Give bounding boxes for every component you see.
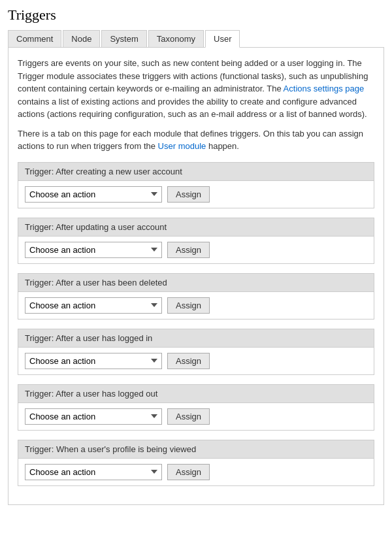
actions-settings-link[interactable]: Actions settings page bbox=[284, 84, 365, 93]
trigger-controls-3: Choose an actionAssign bbox=[18, 348, 374, 374]
assign-button-4[interactable]: Assign bbox=[167, 408, 210, 425]
description-paragraph2: There is a tab on this page for each mod… bbox=[18, 127, 374, 153]
action-select-1[interactable]: Choose an action bbox=[25, 242, 162, 258]
trigger-block-1: Trigger: After updating a user accountCh… bbox=[18, 218, 374, 264]
trigger-block-4: Trigger: After a user has logged outChoo… bbox=[18, 384, 374, 431]
description-paragraph1: Triggers are events on your site, such a… bbox=[18, 57, 374, 121]
action-select-3[interactable]: Choose an action bbox=[25, 353, 162, 369]
trigger-label-3: Trigger: After a user has logged in bbox=[18, 329, 374, 348]
tab-node[interactable]: Node bbox=[63, 30, 100, 47]
action-select-4[interactable]: Choose an action bbox=[25, 408, 162, 425]
trigger-label-2: Trigger: After a user has been deleted bbox=[18, 274, 374, 292]
assign-button-1[interactable]: Assign bbox=[167, 242, 210, 258]
trigger-label-5: Trigger: When a user's profile is being … bbox=[18, 440, 374, 459]
trigger-label-0: Trigger: After creating a new user accou… bbox=[18, 163, 374, 181]
tabs-bar: Comment Node System Taxonomy User bbox=[8, 30, 384, 48]
page-wrapper: Triggers Comment Node System Taxonomy Us… bbox=[0, 0, 392, 512]
trigger-block-5: Trigger: When a user's profile is being … bbox=[18, 440, 374, 486]
trigger-controls-2: Choose an actionAssign bbox=[18, 292, 374, 319]
triggers-container: Trigger: After creating a new user accou… bbox=[18, 162, 374, 486]
trigger-controls-5: Choose an actionAssign bbox=[18, 459, 374, 485]
tab-comment[interactable]: Comment bbox=[8, 30, 61, 47]
tab-system[interactable]: System bbox=[101, 30, 146, 47]
user-module-link[interactable]: User module bbox=[158, 141, 206, 151]
trigger-label-4: Trigger: After a user has logged out bbox=[18, 385, 374, 403]
tab-user[interactable]: User bbox=[205, 30, 240, 48]
page-title: Triggers bbox=[8, 7, 384, 24]
trigger-block-2: Trigger: After a user has been deletedCh… bbox=[18, 273, 374, 320]
description-box: Triggers are events on your site, such a… bbox=[18, 57, 374, 153]
trigger-label-1: Trigger: After updating a user account bbox=[18, 218, 374, 237]
action-select-5[interactable]: Choose an action bbox=[25, 464, 162, 480]
assign-button-5[interactable]: Assign bbox=[167, 464, 210, 480]
assign-button-2[interactable]: Assign bbox=[167, 297, 210, 314]
trigger-controls-0: Choose an actionAssign bbox=[18, 181, 374, 208]
assign-button-0[interactable]: Assign bbox=[167, 186, 210, 203]
trigger-block-3: Trigger: After a user has logged inChoos… bbox=[18, 329, 374, 375]
trigger-block-0: Trigger: After creating a new user accou… bbox=[18, 162, 374, 208]
content-area: Triggers are events on your site, such a… bbox=[8, 48, 384, 505]
assign-button-3[interactable]: Assign bbox=[167, 353, 210, 369]
action-select-0[interactable]: Choose an action bbox=[25, 186, 162, 203]
tab-taxonomy[interactable]: Taxonomy bbox=[148, 30, 204, 47]
trigger-controls-4: Choose an actionAssign bbox=[18, 403, 374, 430]
trigger-controls-1: Choose an actionAssign bbox=[18, 237, 374, 263]
action-select-2[interactable]: Choose an action bbox=[25, 297, 162, 314]
